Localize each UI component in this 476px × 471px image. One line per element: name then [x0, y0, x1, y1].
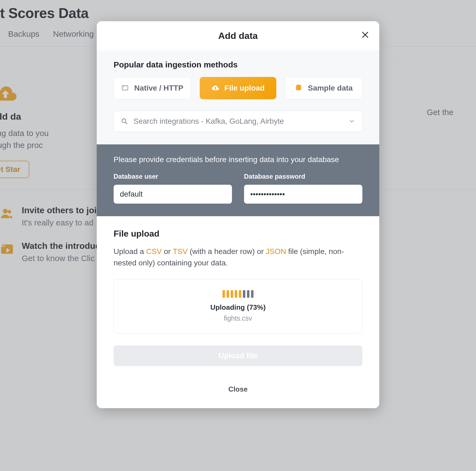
search-icon: [121, 118, 128, 125]
modal-footer: Close: [97, 371, 379, 408]
method-sample-data[interactable]: Sample data: [285, 77, 362, 99]
svg-rect-0: [122, 86, 128, 90]
json-link[interactable]: JSON: [266, 247, 286, 256]
file-upload-heading: File upload: [114, 229, 362, 239]
chevron-down-icon: [349, 118, 355, 125]
credentials-section: Please provide credentials before insert…: [97, 144, 379, 216]
add-data-modal: Add data Popular data ingestion methods …: [97, 21, 379, 408]
svg-rect-1: [123, 86, 124, 87]
svg-line-4: [125, 122, 127, 124]
ingestion-section: Popular data ingestion methods Native / …: [97, 50, 379, 144]
credentials-title: Please provide credentials before insert…: [114, 155, 362, 164]
db-user-label: Database user: [114, 173, 232, 180]
database-icon: [295, 84, 303, 92]
csv-link[interactable]: CSV: [146, 247, 162, 256]
modal-title: Add data: [218, 30, 258, 41]
native-icon: [121, 84, 129, 92]
upload-file-button: Upload file: [114, 345, 362, 366]
method-row: Native / HTTP File upload Sample data: [114, 77, 362, 99]
db-user-input[interactable]: [114, 185, 232, 204]
search-input[interactable]: [133, 117, 355, 126]
upload-filename: fights.csv: [119, 314, 357, 322]
upload-progress-box: Uploading (73%) fights.csv: [114, 279, 362, 333]
modal-overlay[interactable]: Add data Popular data ingestion methods …: [0, 0, 476, 471]
method-file-upload[interactable]: File upload: [200, 77, 277, 99]
method-native-http[interactable]: Native / HTTP: [114, 77, 191, 99]
method-sample-label: Sample data: [308, 84, 353, 92]
close-button[interactable]: Close: [228, 385, 248, 393]
cloud-upload-icon: [211, 84, 220, 92]
modal-header: Add data: [97, 21, 379, 50]
method-file-upload-label: File upload: [224, 84, 265, 92]
tsv-link[interactable]: TSV: [173, 247, 187, 256]
upload-status-text: Uploading (73%): [119, 303, 357, 312]
file-upload-description: Upload a CSV or TSV (with a header row) …: [114, 246, 362, 269]
loading-spinner-icon: [223, 290, 253, 298]
file-upload-section: File upload Upload a CSV or TSV (with a …: [97, 216, 379, 371]
db-password-label: Database password: [244, 173, 362, 180]
close-icon[interactable]: [361, 30, 369, 39]
db-password-input[interactable]: [244, 185, 362, 204]
search-integrations[interactable]: [114, 111, 362, 132]
ingestion-heading: Popular data ingestion methods: [114, 60, 362, 69]
method-native-label: Native / HTTP: [134, 84, 183, 92]
svg-point-2: [296, 85, 301, 86]
